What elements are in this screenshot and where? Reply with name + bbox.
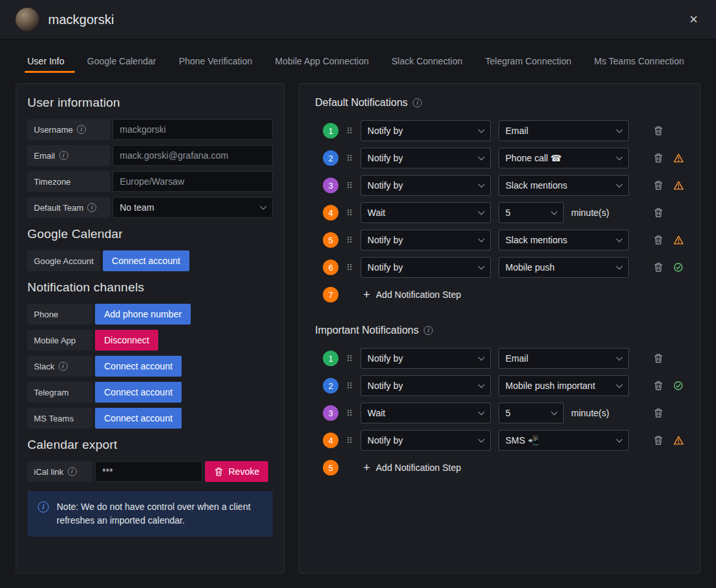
dropdown-value: Notify by [368,180,403,191]
mobile-app-action-button[interactable]: Disconnect [95,330,158,351]
dropdown-value: Notify by [368,435,403,446]
delete-step-button[interactable] [652,352,665,365]
drag-handle-icon[interactable]: ⠿ [346,126,353,136]
form-field-row: Emailimack.gorski@grafana.com [27,145,273,166]
user-form: UsernameimackgorskiEmailimack.gorski@gra… [27,119,273,218]
default-team-select[interactable]: No team [113,197,273,218]
step-type-dropdown[interactable]: Wait [361,403,491,423]
delete-step-button[interactable] [652,379,665,392]
step-value-dropdown[interactable]: Phone call ☎ [499,148,629,168]
step-type-dropdown[interactable]: Notify by [361,375,491,396]
phone-action-button[interactable]: Add phone number [95,304,191,325]
channel-row: Mobile AppDisconnect [27,330,273,351]
google-account-label: Google Account [27,250,100,271]
add-notification-step-button[interactable]: +Add Notification Step [363,462,461,474]
step-value-dropdown[interactable]: Email [499,120,629,141]
field-input[interactable]: mack.gorski@grafana.com [113,145,273,166]
ms-teams-action-button[interactable]: Connect account [95,408,182,429]
step-type-dropdown[interactable]: Notify by [361,257,491,278]
tab-mobile-app-connection[interactable]: Mobile App Connection [274,56,370,73]
tab-google-calendar[interactable]: Google Calendar [86,56,158,73]
important-notifications-heading: Important Notifications [315,325,419,336]
drag-handle-icon[interactable]: ⠿ [346,408,353,418]
info-icon: i [424,326,433,335]
form-field-row: Default TeamiNo team [27,197,273,218]
delete-step-button[interactable] [652,206,665,219]
step-type-dropdown[interactable]: Wait [361,202,491,223]
ical-link-field[interactable]: *** [95,461,202,482]
notification-channels-heading: Notification channels [27,280,273,295]
drag-handle-icon[interactable]: ⠿ [346,354,353,364]
drag-handle-icon[interactable]: ⠿ [346,181,353,191]
step-type-dropdown[interactable]: Notify by [361,348,491,369]
drag-handle-icon[interactable]: ⠿ [346,154,353,163]
dropdown-value: Notify by [368,235,403,245]
tab-phone-verification[interactable]: Phone Verification [178,56,254,73]
step-number-badge: 3 [323,178,338,193]
chevron-down-icon [478,235,484,242]
delete-step-button[interactable] [652,234,665,247]
step-value-dropdown[interactable]: Mobile push [499,257,629,278]
chevron-down-icon [616,263,622,269]
google-calendar-heading: Google Calendar [27,227,273,241]
telegram-action-button[interactable]: Connect account [95,382,182,403]
delete-step-button[interactable] [652,407,665,420]
dropdown-value: Notify by [368,353,403,364]
notification-step-row: 1⠿Notify byEmail [323,348,684,369]
step-value-dropdown[interactable]: Mobile push important [499,375,629,396]
warning-icon [674,154,683,163]
revoke-button[interactable]: Revoke [205,461,268,482]
drag-handle-icon[interactable]: ⠿ [346,436,353,446]
avatar [16,8,39,31]
step-value-dropdown[interactable]: SMS 📲 [499,430,629,451]
step-type-dropdown[interactable]: Notify by [361,120,491,141]
delete-step-button[interactable] [652,124,665,137]
step-number-badge: 2 [323,378,338,394]
delete-step-button[interactable] [652,179,665,192]
tab-user-info[interactable]: User Info [26,56,66,73]
step-type-dropdown[interactable]: Notify by [361,230,491,250]
chevron-down-icon [478,263,484,269]
tab-telegram-connection[interactable]: Telegram Connection [484,56,572,73]
step-value-dropdown[interactable]: 5 [499,403,564,423]
chevron-down-icon [616,126,622,133]
step-value-dropdown[interactable]: Slack mentions [499,175,629,196]
user-info-panel: User information UsernameimackgorskiEmai… [16,83,284,574]
field-input[interactable]: Europe/Warsaw [113,171,273,192]
tab-ms-teams-connection[interactable]: Ms Teams Connection [593,56,685,73]
channel-row: TelegramConnect account [27,382,273,403]
field-label-text: Username [34,125,73,135]
step-value-dropdown[interactable]: Email [499,348,629,369]
slack-action-button[interactable]: Connect account [95,356,182,377]
step-value-dropdown[interactable]: 5 [499,202,564,223]
drag-handle-icon[interactable]: ⠿ [346,263,353,273]
step-number-badge: 1 [323,123,338,139]
warning-icon [674,181,683,190]
dropdown-value: Email [506,126,529,136]
channel-label: MS Teams [27,408,92,429]
delete-step-button[interactable] [652,152,665,165]
step-type-dropdown[interactable]: Notify by [361,175,491,196]
drag-handle-icon[interactable]: ⠿ [346,381,353,391]
connect-google-account-button[interactable]: Connect account [103,250,189,271]
notification-step-row: 7+Add Notification Step [323,284,684,305]
drag-handle-icon[interactable]: ⠿ [346,208,353,218]
delete-step-button[interactable] [652,434,665,447]
step-value-dropdown[interactable]: Slack mentions [499,230,629,250]
tab-slack-connection[interactable]: Slack Connection [391,56,464,73]
step-number-badge: 7 [323,287,338,302]
channel-row: PhoneAdd phone number [27,304,273,325]
user-settings-modal: mackgorski × User InfoGoogle CalendarPho… [0,0,716,588]
field-value: No team [120,202,154,213]
status-slot [672,235,684,245]
important-notification-steps: 1⠿Notify byEmail2⠿Notify byMobile push i… [315,348,684,478]
step-type-dropdown[interactable]: Notify by [361,430,491,451]
ical-link-value: *** [102,466,113,477]
close-icon[interactable]: × [687,10,700,29]
drag-handle-icon[interactable]: ⠿ [346,235,353,245]
notification-step-row: 5+Add Notification Step [323,457,684,478]
field-input[interactable]: mackgorski [113,119,273,140]
add-notification-step-button[interactable]: +Add Notification Step [363,289,461,301]
step-type-dropdown[interactable]: Notify by [361,148,491,168]
delete-step-button[interactable] [652,261,665,274]
